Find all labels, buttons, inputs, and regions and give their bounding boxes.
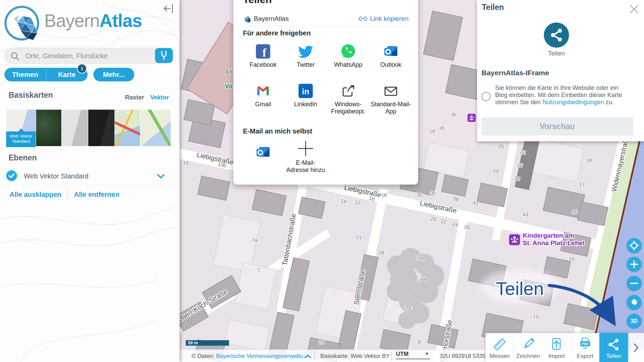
kindergarten-label-line1: Kindergarten am (523, 232, 574, 239)
tool-zeichnen[interactable]: Zeichnen (514, 333, 543, 362)
share-source-row: BayernAtlas Link kopieren (243, 14, 409, 24)
pdf-export-icon: PDF (578, 337, 593, 352)
toolbar-expand-chevron[interactable] (628, 333, 644, 362)
chevron-up-icon[interactable] (304, 355, 311, 358)
brand-bayern: Bayern (44, 11, 99, 31)
house-number: 20 (319, 339, 325, 345)
tile-label: E-Mail-Adresse hinzu (285, 159, 326, 174)
share-tile-linkedin[interactable]: in LinkedIn (285, 81, 326, 108)
consent-line1: Sie können die Karte in Ihre Website ode… (495, 84, 618, 91)
house-number: 41 (472, 200, 479, 207)
expand-all-link[interactable]: Alle ausklappen (10, 191, 61, 199)
svg-text:PDF: PDF (582, 342, 589, 346)
house-number: 16 (368, 195, 375, 202)
basemap-thumb-topo[interactable] (115, 110, 140, 146)
house-number: 8c (452, 111, 457, 117)
house-number: 14 (340, 198, 347, 205)
tile-label: Outlook (370, 61, 412, 68)
raster-vektor-toggle: Raster Vektor (120, 92, 174, 103)
house-number: 24 (452, 221, 459, 228)
remove-all-link[interactable]: Alle entfernen (74, 191, 119, 199)
share-self-heading: E-Mail an mich selbst (243, 127, 312, 135)
basemap-thumb-topo2[interactable] (140, 110, 171, 146)
tutorial-teilen-label: Teilen (496, 278, 544, 299)
bavaria-shape-icon (630, 298, 639, 307)
linkedin-icon: in (298, 83, 313, 99)
zoom-out-button[interactable] (627, 276, 642, 291)
zoom-to-extent-button[interactable] (627, 295, 642, 310)
3d-button[interactable]: 3D (627, 314, 642, 329)
import-icon (549, 337, 564, 352)
divider (0, 185, 180, 186)
add-email-tile[interactable]: E-Mail-Adresse hinzu (285, 140, 326, 174)
selected-basemap-label: Web Vektor Standard (6, 131, 36, 147)
search-input[interactable] (25, 49, 142, 63)
tab-karte[interactable]: Karte 1 (46, 68, 88, 81)
search-icon (11, 52, 19, 61)
house-number: 25 (498, 143, 504, 149)
share-tile-outlook-self[interactable] (242, 142, 284, 160)
basemap-thumb-dunkel[interactable] (88, 110, 114, 146)
vorschau-button[interactable]: Vorschau (481, 117, 633, 136)
house-number: 7a (252, 237, 258, 243)
minus-icon (630, 279, 638, 287)
teilen-panel-title: Teilen (482, 3, 504, 12)
house-number: 20c (404, 304, 413, 310)
iframe-consent-text: Sie können die Karte in Ihre Website ode… (495, 84, 631, 106)
tab-themen[interactable]: Themen (4, 68, 46, 81)
bayernatlas-logo-icon (3, 5, 40, 42)
basemap-thumb-grau[interactable] (62, 110, 88, 146)
parcel-search-button[interactable] (155, 48, 173, 63)
house-number: 16 (439, 125, 445, 131)
copy-link-button[interactable]: Link kopieren (358, 15, 409, 22)
collapse-sidebar-button[interactable] (163, 3, 175, 14)
basemap-thumb-luftbild[interactable] (36, 110, 61, 146)
vektor-option[interactable]: Vektor (150, 94, 169, 101)
dropdown-caret-icon (425, 353, 429, 357)
tool-export[interactable]: PDF Export (571, 333, 600, 362)
basemap-thumb-web-vektor-standard[interactable]: Web Vektor Standard (6, 110, 36, 146)
projection-select[interactable]: UTM (396, 350, 430, 359)
tile-label: WhatsApp (327, 61, 369, 68)
share-tile-default-mail[interactable]: Standard-Mail-App (370, 81, 412, 115)
close-icon[interactable] (629, 4, 639, 14)
chevron-down-icon[interactable] (157, 174, 165, 180)
teilen-panel: Teilen Teilen BayernAtlas-IFrame Sie kön… (477, 0, 644, 141)
whatsapp-icon (340, 44, 356, 59)
share-nodes-icon (606, 337, 621, 352)
iframe-consent-radio[interactable] (481, 92, 491, 101)
tool-import[interactable]: Import (542, 333, 571, 362)
share-tile-gmail[interactable]: Gmail (242, 81, 284, 108)
parcel-search-icon (159, 50, 169, 61)
share-tile-whatsapp[interactable]: WhatsApp (327, 42, 369, 68)
share-tile-outlook[interactable]: Outlook (370, 42, 412, 68)
tool-label: Teilen (606, 353, 621, 360)
share-tile-windows-share[interactable]: Windows-Freigabeopt. (327, 81, 369, 115)
tool-teilen-active[interactable]: Teilen (599, 333, 628, 362)
locate-button[interactable] (627, 238, 642, 253)
house-number: 21 (356, 234, 362, 240)
share-tile-twitter[interactable]: Twitter (285, 42, 326, 68)
facebook-icon: f (255, 44, 271, 59)
layer-checkbox[interactable] (6, 170, 17, 181)
outlook-icon (255, 144, 271, 160)
divider (391, 352, 392, 360)
raster-option[interactable]: Raster (125, 94, 144, 101)
house-number: 43 (523, 211, 528, 217)
data-provider-link[interactable]: Bayerische Vermessungsverwaltu... (216, 350, 308, 362)
house-number: 22 (519, 149, 526, 156)
share-tile-facebook[interactable]: f Facebook (242, 42, 284, 68)
house-number: 17 (579, 182, 585, 187)
poi-label: Vo (225, 83, 232, 90)
house-number: 13 (533, 314, 539, 319)
house-number: 12 (354, 199, 361, 206)
mail-icon (383, 83, 399, 99)
tab-mehr[interactable]: Mehr... (93, 68, 134, 81)
house-number: 39 (452, 195, 459, 202)
zoom-in-button[interactable] (627, 257, 642, 272)
sidebar-panel: BayernAtlas Themen Karte 1 Mehr... Basis… (0, 0, 180, 362)
nutzungsbedingungen-link[interactable]: Nutzungsbedingungen (542, 99, 604, 106)
iframe-heading: BayernAtlas-IFrame (481, 69, 549, 77)
tool-messen[interactable]: Messen (486, 333, 514, 362)
share-circle-button[interactable] (544, 22, 569, 48)
